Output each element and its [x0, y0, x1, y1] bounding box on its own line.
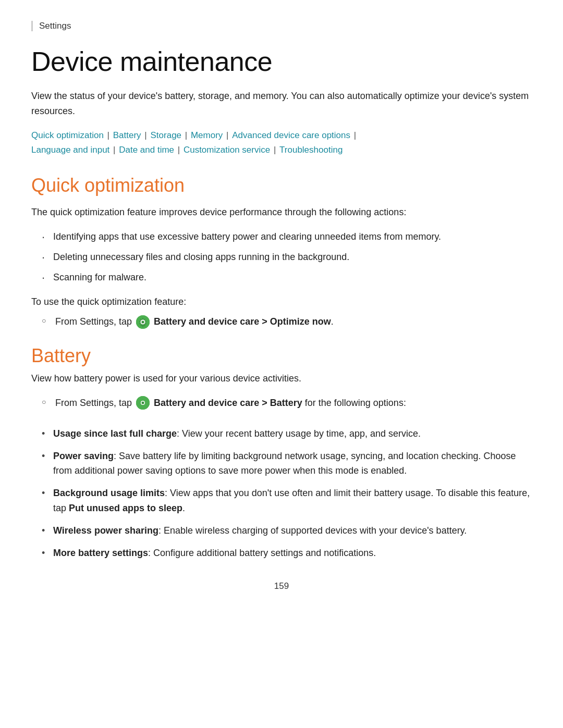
gear-icon	[136, 315, 150, 329]
list-item: From Settings, tap Battery and device ca…	[42, 396, 532, 411]
nav-link-date[interactable]: Date and time	[119, 145, 174, 155]
option-text-end: .	[182, 503, 185, 513]
list-item: More battery settings: Configure additio…	[42, 546, 532, 561]
step-prefix: From Settings, tap	[55, 316, 132, 327]
battery-title: Battery	[31, 345, 532, 367]
svg-point-6	[142, 402, 144, 404]
list-item: From Settings, tap Battery and device ca…	[42, 314, 532, 329]
quick-optimization-bullets: Identifying apps that use excessive batt…	[31, 229, 532, 285]
nav-link-troubleshooting[interactable]: Troubleshooting	[279, 145, 342, 155]
quick-optimization-instruction: To use the quick optimization feature:	[31, 294, 532, 310]
quick-optimization-intro: The quick optimization feature improves …	[31, 205, 532, 220]
nav-link-battery[interactable]: Battery	[113, 130, 141, 140]
list-item: Deleting unnecessary files and closing a…	[42, 250, 532, 265]
step-action: Battery and device care > Optimize now	[154, 316, 331, 327]
nav-link-quick-optimization[interactable]: Quick optimization	[31, 130, 104, 140]
quick-optimization-steps: From Settings, tap Battery and device ca…	[31, 314, 532, 329]
option-label: Wireless power sharing	[53, 525, 158, 536]
page-title: Device maintenance	[31, 46, 532, 77]
battery-step-prefix: From Settings, tap	[55, 398, 132, 408]
page-container: Settings Device maintenance View the sta…	[0, 0, 563, 728]
svg-point-3	[142, 320, 144, 323]
option-text: : Enable wireless charging of supported …	[158, 525, 467, 536]
battery-step-bold: Battery and device care > Battery	[154, 398, 302, 408]
page-number: 159	[31, 581, 532, 591]
breadcrumb: Settings	[31, 21, 532, 31]
list-item: Wireless power sharing: Enable wireless …	[42, 523, 532, 538]
nav-link-customization[interactable]: Customization service	[183, 145, 270, 155]
quick-optimization-title: Quick optimization	[31, 175, 532, 196]
option-text: : Save battery life by limiting backgrou…	[53, 451, 516, 476]
intro-text: View the status of your device's battery…	[31, 89, 532, 119]
option-text: : Configure additional battery settings …	[148, 548, 376, 558]
option-label: More battery settings	[53, 548, 148, 558]
nav-link-advanced[interactable]: Advanced device care options	[232, 130, 350, 140]
list-item: Identifying apps that use excessive batt…	[42, 229, 532, 244]
nav-links: Quick optimization | Battery | Storage |…	[31, 128, 532, 158]
list-item: Scanning for malware.	[42, 270, 532, 285]
battery-intro: View how battery power is used for your …	[31, 371, 532, 386]
option-label: Power saving	[53, 451, 114, 461]
battery-steps: From Settings, tap Battery and device ca…	[31, 396, 532, 411]
list-item: Usage since last full charge: View your …	[42, 426, 532, 441]
list-item: Power saving: Save battery life by limit…	[42, 449, 532, 479]
nav-link-language[interactable]: Language and input	[31, 145, 109, 155]
battery-options: Usage since last full charge: View your …	[31, 426, 532, 561]
option-text-bold: Put unused apps to sleep	[69, 503, 182, 513]
nav-link-memory[interactable]: Memory	[191, 130, 223, 140]
option-text: : View your recent battery usage by time…	[177, 428, 421, 439]
list-item: Background usage limits: View apps that …	[42, 486, 532, 516]
nav-link-storage[interactable]: Storage	[151, 130, 182, 140]
gear-icon-battery	[136, 396, 150, 410]
option-label: Background usage limits	[53, 488, 165, 498]
option-label: Usage since last full charge	[53, 428, 177, 439]
